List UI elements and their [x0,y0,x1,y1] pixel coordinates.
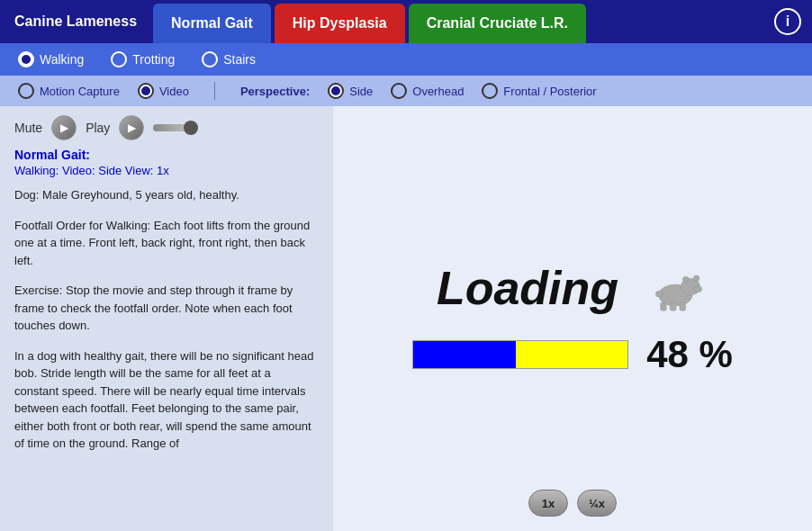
radio-overhead-circle [391,83,407,99]
mute-label: Mute [14,121,42,135]
tab-hip-dysplasia[interactable]: Hip Dysplasia [275,4,405,43]
left-panel: Mute ▶ Play ▶ Normal Gait: Walking: Vide… [0,106,333,531]
radio-trotting-circle [111,51,127,68]
radio-video-circle [138,83,154,99]
radio-motion-capture-circle [18,83,34,99]
paragraph-3: Exercise: Stop the movie and step throug… [14,282,317,335]
panel-subtitle: Walking: Video: Side View: 1x [14,164,324,177]
loading-area: Loading [351,261,794,376]
radio-motion-capture[interactable]: Motion Capture [18,83,120,99]
perspective-label: Perspective: [240,85,310,98]
radio-side-circle [328,83,344,99]
volume-slider[interactable] [153,124,198,131]
info-icon[interactable]: i [774,8,801,35]
radio-walking-inner [22,55,31,64]
bottom-controls: 1x ¼x [528,490,617,517]
loading-text: Loading [437,261,618,315]
radio-overhead[interactable]: Overhead [391,83,464,99]
paragraph-2: Footfall Order for Walking: Each foot li… [14,217,317,270]
paragraph-1: Dog: Male Greyhound, 5 years old, health… [14,186,317,204]
volume-knob [184,121,198,135]
svg-rect-5 [661,302,667,310]
paragraph-4: In a dog with healthy gait, there will b… [14,347,317,453]
svg-point-8 [655,291,663,297]
audio-controls: Mute ▶ Play ▶ [14,115,324,140]
progress-row: 48 % [412,333,733,376]
panel-title: Normal Gait: [14,148,324,162]
progress-yellow-segment [516,341,627,368]
radio-side[interactable]: Side [328,83,373,99]
percent-text: 48 % [646,333,733,376]
svg-rect-6 [670,302,676,310]
progress-bar-inner [413,341,627,368]
play-button[interactable]: ▶ [119,115,144,140]
progress-blue-segment [413,341,516,368]
right-panel: Loading [333,106,812,531]
bear-icon [636,261,708,315]
radio-video-inner [141,86,150,95]
mute-button[interactable]: ▶ [51,115,77,140]
top-navigation: Canine Lameness Normal Gait Hip Dysplasi… [0,0,812,43]
radio-frontal-circle [482,83,498,99]
app-title: Canine Lameness [0,0,151,43]
radio-stairs-circle [202,51,218,68]
progress-bar [412,340,628,369]
view-mode-bar: Walking Trotting Stairs [0,43,812,76]
text-scroll-area[interactable]: Dog: Male Greyhound, 5 years old, health… [14,186,324,521]
svg-point-4 [693,286,701,292]
radio-walking[interactable]: Walking [18,51,84,68]
speed-1x-button[interactable]: 1x [528,490,568,517]
capture-perspective-bar: Motion Capture Video Perspective: Side O… [0,76,812,106]
radio-frontal[interactable]: Frontal / Posterior [482,83,596,99]
tab-normal-gait[interactable]: Normal Gait [153,4,271,43]
info-button[interactable]: i [774,0,812,43]
play-label: Play [86,121,110,135]
radio-side-inner [331,86,340,95]
radio-walking-circle [18,51,34,68]
radio-trotting[interactable]: Trotting [111,51,175,68]
svg-rect-7 [680,302,686,310]
main-content: Mute ▶ Play ▶ Normal Gait: Walking: Vide… [0,106,812,531]
speed-quarter-x-button[interactable]: ¼x [577,490,617,517]
svg-point-2 [682,276,689,283]
tab-cranial-cruciate[interactable]: Cranial Cruciate L.R. [409,4,586,43]
svg-point-3 [693,275,699,282]
radio-stairs[interactable]: Stairs [202,51,256,68]
divider [214,82,215,100]
radio-video[interactable]: Video [138,83,189,99]
loading-row: Loading [437,261,708,315]
